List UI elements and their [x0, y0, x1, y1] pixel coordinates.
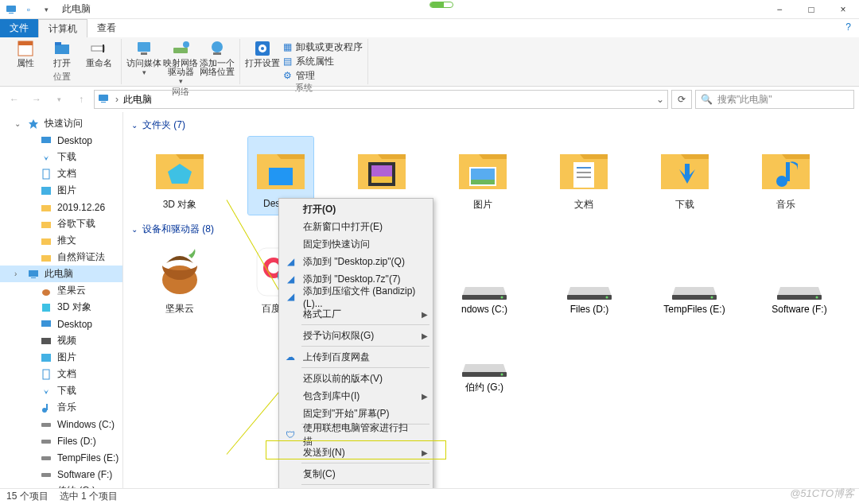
folder-item[interactable]: 图片 [450, 137, 515, 215]
ribbon: 属性 打开 重命名 位置 访问媒体▾ 映射网络驱动器▾ 添加一个网络位置 网络 … [0, 37, 859, 87]
ribbon-open-settings[interactable]: 打开设置 [245, 39, 280, 68]
sidebar-item-label: Software (F:) [57, 469, 112, 480]
nav-recent[interactable]: ▾ [49, 90, 68, 109]
context-menu-item[interactable]: 授予访问权限(G)▶ [279, 327, 433, 344]
context-menu-item[interactable]: 打开(O) [279, 200, 433, 218]
sidebar-item-label: Desktop [57, 319, 92, 330]
sidebar-item[interactable]: Desktop [0, 132, 122, 149]
context-menu-item[interactable]: 包含到库中(I)▶ [279, 387, 433, 405]
sidebar-item-label: Desktop [57, 135, 92, 146]
sidebar-item[interactable]: 文档 [0, 366, 122, 382]
context-menu-item[interactable]: ☁上传到百度网盘 [279, 348, 433, 366]
content-pane[interactable]: ⌄ 文件夹 (7) 3D 对象Desktop视频图片文档下载音乐 ⌄ 设备和驱动… [123, 112, 859, 488]
context-menu-item[interactable]: 复制(C) [279, 465, 433, 483]
drive-item[interactable]: Software (F:) [764, 273, 834, 315]
context-menu-item[interactable]: 还原以前的版本(V) [279, 370, 433, 387]
sidebar-item[interactable]: Software (F:) [0, 466, 122, 483]
sidebar-item[interactable]: 图片 [0, 182, 122, 199]
tab-computer[interactable]: 计算机 [38, 19, 87, 37]
close-button[interactable]: × [827, 0, 859, 19]
tab-file[interactable]: 文件 [0, 19, 38, 37]
svg-point-57 [776, 176, 787, 187]
folder-item[interactable]: 音乐 [753, 137, 818, 215]
context-menu-item[interactable]: 固定到快速访问 [279, 235, 433, 253]
context-menu-item[interactable]: 创建快捷方式(S) [279, 487, 433, 488]
sidebar[interactable]: ⌄快速访问Desktop下载文档图片2019.12.26谷歌下载推文自然辩证法›… [0, 112, 123, 488]
tab-view[interactable]: 查看 [87, 19, 126, 37]
search-input[interactable]: 🔍 搜索"此电脑" [695, 90, 854, 109]
address-dropdown[interactable]: ⌄ [656, 94, 664, 105]
qat-dropdown[interactable]: ▾ [38, 2, 54, 17]
svg-rect-3 [18, 41, 33, 45]
sidebar-item[interactable]: Files (D:) [0, 432, 122, 449]
folder-label: 下载 [675, 198, 694, 211]
ribbon-manage[interactable]: ⚙管理 [282, 69, 363, 82]
qat-item[interactable]: ▫ [21, 2, 37, 17]
breadcrumb-current[interactable]: 此电脑 [123, 93, 152, 107]
refresh-button[interactable]: ⟳ [671, 90, 692, 109]
watermark: @51CTO博客 [790, 487, 854, 501]
drive-item[interactable]: ndows (C:) [449, 273, 519, 315]
sidebar-item[interactable]: 视频 [0, 332, 122, 349]
breadcrumb-chevron[interactable]: › [115, 94, 119, 105]
context-menu-item[interactable]: ◢添加到 "Desktop.zip"(Q) [279, 253, 433, 270]
minimize-button[interactable]: − [764, 0, 795, 19]
ribbon-open[interactable]: 打开 [45, 39, 80, 68]
address-bar[interactable]: › 此电脑 ⌄ [94, 90, 668, 109]
help-icon[interactable]: ? [838, 19, 859, 37]
ribbon-map-drive[interactable]: 映射网络驱动器▾ [163, 39, 198, 86]
ribbon-tabs: 文件 计算机 查看 ? [0, 19, 859, 37]
context-menu-item[interactable]: 发送到(N)▶ [279, 444, 433, 461]
context-menu-item[interactable]: ◢添加到压缩文件 (Bandizip)(L)... [279, 288, 433, 305]
folder-item[interactable]: 文档 [551, 137, 616, 215]
svg-rect-40 [41, 473, 51, 477]
svg-point-66 [606, 297, 608, 299]
group-folders-header[interactable]: ⌄ 文件夹 (7) [131, 118, 851, 132]
status-selected: 选中 1 个项目 [60, 490, 118, 503]
sidebar-item[interactable]: ›此电脑 [0, 266, 122, 282]
sidebar-item[interactable]: Windows (C:) [0, 416, 122, 432]
sidebar-item[interactable]: TempFiles (E:) [0, 449, 122, 466]
drive-item[interactable]: Files (D:) [554, 273, 624, 315]
context-menu-label: 固定到"开始"屏幕(P) [303, 407, 390, 421]
sidebar-item[interactable]: 谷歌下载 [0, 215, 122, 232]
sidebar-item[interactable]: 自然辩证法 [0, 249, 122, 266]
drive-item[interactable]: TempFiles (E:) [659, 273, 729, 315]
context-menu-item[interactable]: 固定到"开始"屏幕(P) [279, 405, 433, 422]
maximize-button[interactable]: □ [795, 0, 827, 19]
folder-item[interactable]: 3D 对象 [147, 137, 212, 215]
sidebar-item[interactable]: 2019.12.26 [0, 199, 122, 215]
nav-up[interactable]: ↑ [72, 90, 91, 109]
folder-item[interactable]: 下载 [652, 137, 717, 215]
ribbon-properties[interactable]: 属性 [8, 39, 43, 68]
sidebar-item[interactable]: 文档 [0, 165, 122, 182]
sidebar-item[interactable]: Desktop [0, 316, 122, 332]
sidebar-item[interactable]: 下载 [0, 382, 122, 399]
ribbon-sysprops[interactable]: ▤系统属性 [282, 55, 363, 68]
drive-item[interactable]: 伯约 (G:) [449, 350, 519, 394]
sidebar-item[interactable]: ⌄快速访问 [0, 115, 122, 132]
ribbon-uninstall[interactable]: ▦卸载或更改程序 [282, 41, 363, 53]
sidebar-item[interactable]: 下载 [0, 149, 122, 165]
sidebar-item-label: TempFiles (E:) [57, 452, 119, 463]
app-item[interactable]: 坚果云 [147, 241, 212, 319]
context-menu-item[interactable]: 在新窗口中打开(E) [279, 218, 433, 235]
nav-back[interactable]: ← [5, 90, 24, 109]
sidebar-item[interactable]: 坚果云 [0, 282, 122, 299]
ribbon-access-media[interactable]: 访问媒体▾ [126, 39, 161, 77]
group-devices-header[interactable]: ⌄ 设备和驱动器 (8) [131, 223, 851, 236]
cloud-icon: ☁ [284, 351, 297, 363]
zip-icon: ◢ [284, 273, 297, 285]
nav-forward[interactable]: → [27, 90, 46, 109]
sidebar-item[interactable]: 3D 对象 [0, 299, 122, 316]
ribbon-rename[interactable]: 重命名 [81, 39, 116, 68]
ribbon-add-location[interactable]: 添加一个网络位置 [200, 39, 235, 76]
drive-icon [566, 273, 613, 301]
context-menu-item[interactable]: 格式工厂▶ [279, 305, 433, 323]
sidebar-item[interactable]: 伯约 (G:) [0, 483, 122, 488]
context-menu-item[interactable]: 🛡使用联想电脑管家进行扫描 [279, 426, 433, 444]
sidebar-item[interactable]: 音乐 [0, 399, 122, 416]
sidebar-item[interactable]: 图片 [0, 349, 122, 366]
svg-rect-36 [46, 404, 48, 410]
sidebar-item[interactable]: 推文 [0, 232, 122, 249]
